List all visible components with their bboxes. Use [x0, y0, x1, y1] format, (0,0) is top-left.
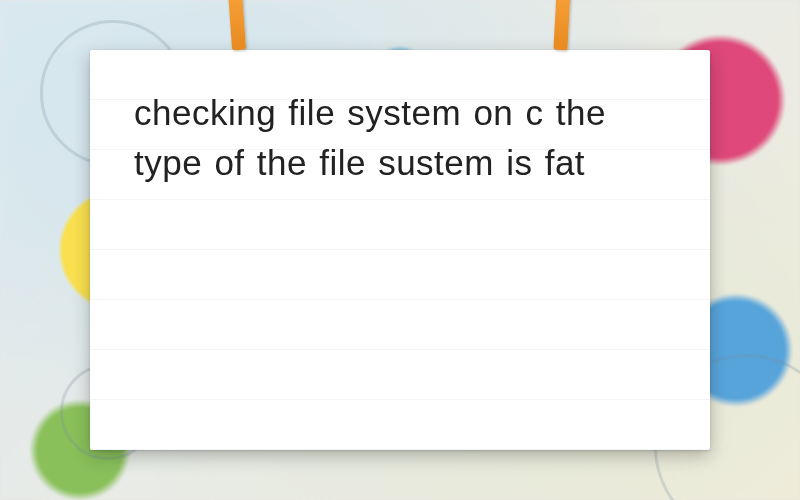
question-text: checking file system on c the type of th…: [134, 88, 666, 188]
paper-card: checking file system on c the type of th…: [90, 50, 710, 450]
